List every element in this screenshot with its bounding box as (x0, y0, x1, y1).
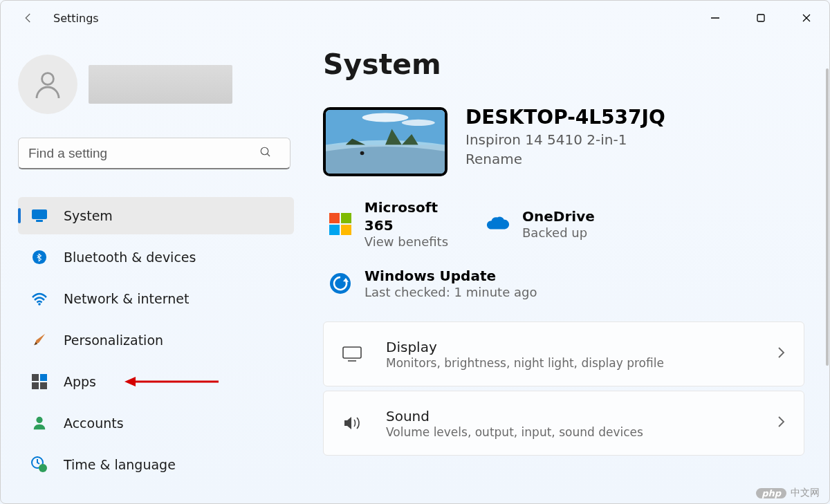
sidebar-item-label: Accounts (64, 416, 124, 431)
svg-point-25 (402, 120, 435, 126)
sound-icon (342, 415, 362, 431)
content-area: System DESKTOP-4L537JQ Inspiron 14 5410 (308, 35, 829, 503)
avatar (18, 55, 77, 114)
tile-onedrive[interactable]: OneDrive Backed up (481, 196, 634, 252)
pc-text: DESKTOP-4L537JQ Inspiron 14 5410 2-in-1 … (465, 107, 665, 176)
card-title: Sound (386, 407, 643, 425)
tile-title: OneDrive (522, 207, 595, 225)
brush-icon (30, 331, 48, 349)
sidebar-item-apps[interactable]: Apps (18, 363, 294, 400)
apps-icon (30, 373, 48, 391)
person-icon (30, 414, 48, 432)
tile-microsoft-365[interactable]: Microsoft 365 View benefits (323, 196, 477, 252)
monitor-icon (30, 207, 48, 225)
settings-cards: Display Monitors, brightness, night ligh… (323, 321, 804, 456)
sidebar-item-label: Time & language (64, 457, 176, 472)
chevron-right-icon (776, 415, 786, 431)
tile-sub: Backed up (522, 225, 595, 240)
svg-rect-29 (341, 225, 351, 235)
sidebar-item-system[interactable]: System (18, 197, 294, 234)
sidebar-item-label: Network & internet (64, 291, 189, 306)
pc-info-block: DESKTOP-4L537JQ Inspiron 14 5410 2-in-1 … (323, 107, 804, 176)
user-name-placeholder (89, 65, 232, 104)
maximize-button[interactable] (738, 1, 784, 35)
microsoft-logo-icon (329, 212, 352, 236)
svg-marker-16 (124, 377, 136, 386)
card-sound[interactable]: Sound Volume levels, output, input, soun… (323, 391, 804, 456)
update-icon (329, 272, 352, 295)
scrollbar[interactable] (826, 68, 829, 366)
svg-point-24 (362, 113, 409, 122)
back-button[interactable] (16, 6, 41, 30)
nav-list: System Bluetooth & devices Network & int… (18, 197, 294, 483)
profile-block[interactable] (18, 55, 294, 114)
svg-rect-7 (32, 209, 47, 219)
sidebar-item-label: Personalization (64, 333, 163, 348)
svg-point-30 (330, 273, 351, 294)
tile-sub: View benefits (365, 234, 471, 249)
app-title: Settings (53, 12, 99, 25)
svg-rect-32 (343, 347, 361, 358)
svg-rect-27 (341, 213, 351, 223)
search-input[interactable] (18, 138, 290, 169)
card-sub: Volume levels, output, input, sound devi… (386, 425, 643, 439)
wifi-icon (30, 290, 48, 308)
search-icon (259, 146, 272, 161)
svg-rect-14 (40, 382, 47, 389)
sidebar-item-accounts[interactable]: Accounts (18, 404, 294, 442)
minimize-button[interactable] (692, 1, 738, 35)
card-title: Display (386, 338, 664, 356)
sidebar-item-personalization[interactable]: Personalization (18, 321, 294, 359)
svg-point-23 (360, 151, 365, 156)
tile-sub: Last checked: 1 minute ago (365, 285, 537, 299)
svg-point-4 (42, 73, 54, 85)
sidebar-item-label: System (64, 208, 113, 223)
watermark-badge: php (756, 488, 786, 498)
display-icon (342, 346, 362, 362)
clock-globe-icon (30, 456, 48, 474)
svg-rect-26 (329, 213, 340, 223)
status-tiles: Microsoft 365 View benefits OneDrive Bac… (323, 196, 804, 302)
sidebar-item-bluetooth[interactable]: Bluetooth & devices (18, 239, 294, 276)
watermark-text: 中文网 (791, 487, 820, 499)
sidebar-item-time-language[interactable]: Time & language (18, 446, 294, 483)
svg-rect-13 (32, 382, 39, 389)
svg-point-19 (39, 464, 47, 472)
sidebar-item-network[interactable]: Network & internet (18, 280, 294, 317)
titlebar: Settings (1, 1, 829, 35)
close-button[interactable] (784, 1, 829, 35)
card-sub: Monitors, brightness, night light, displ… (386, 356, 664, 370)
onedrive-icon (486, 212, 510, 236)
svg-rect-11 (32, 374, 39, 381)
svg-rect-8 (36, 220, 43, 222)
window-controls (692, 1, 829, 35)
annotation-arrow-icon (123, 373, 220, 390)
sidebar-item-label: Bluetooth & devices (64, 250, 196, 265)
page-title: System (323, 48, 804, 81)
svg-point-17 (36, 417, 42, 423)
bluetooth-icon (30, 248, 48, 266)
watermark: php 中文网 (756, 487, 820, 499)
svg-line-6 (267, 153, 270, 156)
sidebar-item-label: Apps (64, 374, 96, 389)
svg-rect-28 (329, 225, 340, 235)
svg-point-10 (38, 303, 41, 306)
svg-rect-1 (757, 15, 764, 21)
tile-title: Microsoft 365 (365, 198, 471, 234)
card-display[interactable]: Display Monitors, brightness, night ligh… (323, 321, 804, 386)
svg-point-5 (261, 147, 268, 155)
tile-title: Windows Update (365, 267, 537, 285)
rename-link[interactable]: Rename (465, 151, 665, 167)
tile-windows-update[interactable]: Windows Update Last checked: 1 minute ag… (323, 264, 630, 302)
search-wrap (18, 138, 294, 169)
chevron-right-icon (776, 346, 786, 362)
desktop-thumbnail[interactable] (323, 107, 448, 176)
sidebar: System Bluetooth & devices Network & int… (1, 35, 308, 503)
svg-rect-12 (40, 374, 47, 381)
pc-model: Inspiron 14 5410 2-in-1 (465, 131, 665, 148)
svg-rect-22 (326, 145, 445, 174)
pc-name: DESKTOP-4L537JQ (465, 107, 665, 129)
